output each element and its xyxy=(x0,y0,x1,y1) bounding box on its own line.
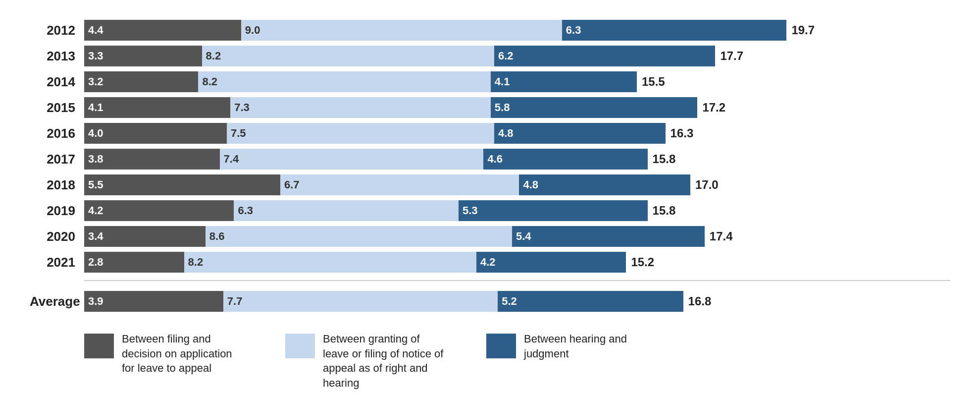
chart-container: 20124.49.06.319.720133.38.26.217.720143.… xyxy=(30,20,950,391)
total-label: 16.3 xyxy=(671,126,694,140)
legend-swatch-1 xyxy=(285,334,315,358)
total-label: 16.8 xyxy=(688,294,712,308)
segment-hearing-judgment: 6.2 xyxy=(494,46,715,66)
segment-filing-decision: 3.8 xyxy=(84,149,220,170)
year-label: 2015 xyxy=(30,100,84,115)
year-label: 2014 xyxy=(30,74,84,90)
bars-wrapper: 4.17.35.817.2 xyxy=(84,97,950,118)
legend-text-2: Between hearing and judgment xyxy=(524,332,648,361)
bar-row: 20133.38.26.217.7 xyxy=(30,46,950,66)
bars-wrapper: 3.38.26.217.7 xyxy=(84,46,950,66)
bars-wrapper: 5.56.74.817.0 xyxy=(84,174,950,195)
total-label: 15.5 xyxy=(642,75,665,89)
year-label: 2013 xyxy=(30,49,84,64)
bar-row: 20124.49.06.319.7 xyxy=(30,20,950,41)
bar-row: 20185.56.74.817.0 xyxy=(30,174,950,195)
bar-row: 20212.88.24.215.2 xyxy=(30,252,950,273)
segment-granting-hearing: 7.5 xyxy=(227,123,494,144)
segment-hearing-judgment: 5.3 xyxy=(459,200,648,221)
chart-area: 20124.49.06.319.720133.38.26.217.720143.… xyxy=(30,20,950,312)
legend-swatch-0 xyxy=(84,334,114,358)
legend-item-1: Between granting of leave or filing of n… xyxy=(285,332,447,391)
segment-filing-decision: 2.8 xyxy=(84,252,184,273)
total-label: 17.7 xyxy=(720,49,743,63)
segment-granting-hearing: 8.2 xyxy=(184,252,476,273)
total-label: 15.8 xyxy=(653,152,676,166)
bars-wrapper: 3.28.24.115.5 xyxy=(84,71,950,92)
segment-filing-decision: 4.2 xyxy=(84,200,234,221)
segment-filing-decision: 3.4 xyxy=(84,226,206,247)
segment-filing-decision: 4.1 xyxy=(84,97,230,118)
average-row: Average3.97.75.216.8 xyxy=(30,291,950,312)
total-label: 15.8 xyxy=(653,204,676,218)
legend-text-1: Between granting of leave or filing of n… xyxy=(323,332,447,391)
bar-row: 20164.07.54.816.3 xyxy=(30,123,950,144)
year-label: Average xyxy=(30,294,84,309)
legend-swatch-2 xyxy=(486,334,516,358)
bar-row: 20154.17.35.817.2 xyxy=(30,97,950,118)
total-label: 17.4 xyxy=(710,229,733,243)
bar-row: 20173.87.44.615.8 xyxy=(30,149,950,170)
bars-wrapper: 4.26.35.315.8 xyxy=(84,200,950,221)
segment-granting-hearing: 8.2 xyxy=(198,71,490,92)
segment-filing-decision: 3.9 xyxy=(84,291,223,312)
total-label: 19.7 xyxy=(791,23,815,37)
segment-filing-decision: 3.2 xyxy=(84,71,198,92)
year-label: 2019 xyxy=(30,203,84,219)
segment-granting-hearing: 6.7 xyxy=(280,174,519,195)
segment-granting-hearing: 8.2 xyxy=(202,46,494,66)
legend-item-0: Between filing and decision on applicati… xyxy=(84,332,246,376)
year-label: 2020 xyxy=(30,229,84,244)
legend-text-0: Between filing and decision on applicati… xyxy=(122,332,246,376)
year-label: 2017 xyxy=(30,152,84,167)
bars-wrapper: 3.48.65.417.4 xyxy=(84,226,950,247)
segment-hearing-judgment: 4.1 xyxy=(491,71,637,92)
year-label: 2021 xyxy=(30,255,84,270)
segment-hearing-judgment: 5.2 xyxy=(498,291,683,312)
segment-hearing-judgment: 4.8 xyxy=(494,123,666,144)
bar-row: 20143.28.24.115.5 xyxy=(30,71,950,92)
segment-granting-hearing: 9.0 xyxy=(241,20,562,41)
bar-row: 20194.26.35.315.8 xyxy=(30,200,950,221)
segment-hearing-judgment: 4.8 xyxy=(519,174,690,195)
legend: Between filing and decision on applicati… xyxy=(30,332,950,391)
bars-wrapper: 3.87.44.615.8 xyxy=(84,149,950,170)
legend-item-2: Between hearing and judgment xyxy=(486,332,648,361)
bars-wrapper: 2.88.24.215.2 xyxy=(84,252,950,273)
segment-filing-decision: 3.3 xyxy=(84,46,202,66)
segment-filing-decision: 4.4 xyxy=(84,20,241,41)
segment-granting-hearing: 8.6 xyxy=(206,226,512,247)
segment-granting-hearing: 7.3 xyxy=(230,97,491,118)
segment-hearing-judgment: 5.8 xyxy=(491,97,698,118)
year-label: 2012 xyxy=(30,23,84,38)
total-label: 15.2 xyxy=(631,255,654,269)
segment-filing-decision: 4.0 xyxy=(84,123,227,144)
bars-wrapper: 4.49.06.319.7 xyxy=(84,20,950,41)
segment-hearing-judgment: 5.4 xyxy=(512,226,705,247)
segment-hearing-judgment: 6.3 xyxy=(562,20,787,41)
total-label: 17.2 xyxy=(702,101,725,114)
segment-hearing-judgment: 4.2 xyxy=(476,252,626,273)
bars-wrapper: 4.07.54.816.3 xyxy=(84,123,950,144)
bars-wrapper: 3.97.75.216.8 xyxy=(84,291,950,312)
bar-row: 20203.48.65.417.4 xyxy=(30,226,950,247)
segment-granting-hearing: 7.4 xyxy=(220,149,484,170)
segment-granting-hearing: 7.7 xyxy=(223,291,498,312)
segment-hearing-judgment: 4.6 xyxy=(483,149,647,170)
segment-filing-decision: 5.5 xyxy=(84,174,280,195)
year-label: 2016 xyxy=(30,126,84,141)
year-label: 2018 xyxy=(30,177,84,193)
total-label: 17.0 xyxy=(695,178,719,192)
segment-granting-hearing: 6.3 xyxy=(234,200,459,221)
chart-divider xyxy=(84,280,950,281)
